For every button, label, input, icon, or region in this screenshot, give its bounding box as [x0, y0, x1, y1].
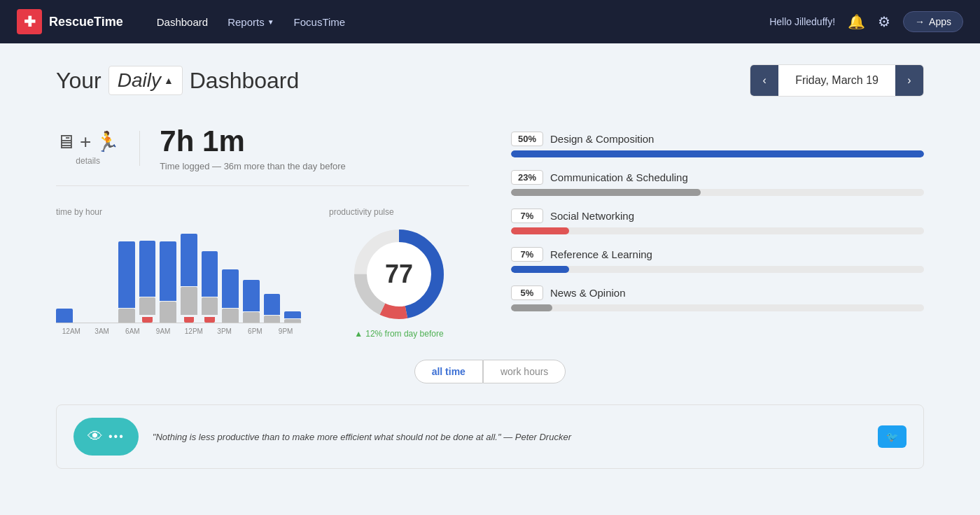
work-hours-button[interactable]: work hours [483, 360, 566, 383]
navbar: ✚ RescueTime Dashboard Reports ▼ FocusTi… [0, 0, 980, 43]
category-row: 50%Design & Composition [511, 132, 924, 157]
bar-group [118, 241, 135, 323]
cat-pct-badge: 50% [511, 132, 543, 146]
total-time: 7h 1m [160, 125, 345, 158]
bar-group [160, 241, 176, 323]
right-panel: 50%Design & Composition23%Communication … [511, 125, 924, 339]
donut-wrap: 77 ▲ 12% from day before [329, 225, 469, 339]
cat-header: 5%News & Opinion [511, 285, 924, 300]
bar-blue [118, 241, 135, 308]
bell-icon[interactable]: 🔔 [848, 13, 865, 30]
cat-bar-track [511, 227, 924, 234]
cat-name: News & Opinion [550, 287, 626, 299]
category-row: 7%Social Networking [511, 209, 924, 234]
cat-bar-track [511, 150, 924, 157]
vertical-divider [139, 131, 140, 166]
quote-text: "Nothing is less productive than to make… [153, 432, 864, 442]
details-area[interactable]: 🖥 + 🏃 details [56, 130, 120, 166]
bar-blue [243, 280, 260, 311]
date-navigator: ‹ Friday, March 19 › [750, 64, 924, 97]
axis-label: 9PM [270, 327, 301, 335]
bar-gray [160, 302, 176, 323]
cat-bar-fill [511, 304, 552, 311]
time-info: 7h 1m Time logged — 36m more than the da… [160, 125, 345, 171]
twitter-icon: 🐦 [886, 431, 898, 442]
cat-bar-fill [511, 266, 569, 273]
dot-dot: ••• [108, 430, 125, 443]
hello-text: Hello Jilleduffy! [769, 16, 835, 27]
cat-bar-track [511, 189, 924, 196]
next-date-button[interactable]: › [895, 65, 923, 96]
cat-bar-track [511, 304, 924, 311]
nav-links: Dashboard Reports ▼ FocusTime [157, 16, 345, 28]
period-chevron-icon: ▲ [164, 75, 174, 86]
axis-label: 3PM [209, 327, 240, 335]
nav-focustime[interactable]: FocusTime [294, 16, 346, 28]
bar-group [284, 311, 301, 323]
bar-axis: 12AM3AM6AM9AM12PM3PM6PM9PM [56, 327, 301, 335]
bar-group [56, 309, 73, 323]
twitter-button[interactable]: 🐦 [878, 425, 906, 448]
axis-label: 6AM [118, 327, 148, 335]
logo-icon: ✚ [17, 9, 42, 34]
time-by-hour-chart: time by hour 12AM3AM6AM9AM12PM3PM6PM9PM [56, 207, 301, 337]
bar-gray [181, 287, 197, 315]
main-content: Your Daily ▲ Dashboard ‹ Friday, March 1… [0, 43, 980, 490]
eye-icon: 👁 [88, 428, 103, 446]
cat-header: 50%Design & Composition [511, 132, 924, 146]
bar-group [181, 234, 197, 323]
category-row: 5%News & Opinion [511, 285, 924, 311]
bar-blue [202, 251, 218, 297]
bar-gray [243, 312, 260, 323]
bars [56, 225, 301, 323]
nav-dashboard[interactable]: Dashboard [157, 16, 208, 28]
page-title: Your Daily ▲ Dashboard [56, 66, 299, 95]
cat-name: Design & Composition [550, 133, 654, 145]
bar-gray [118, 309, 135, 323]
your-label: Your [56, 68, 102, 94]
settings-icon[interactable]: ⚙ [878, 13, 890, 30]
cat-pct-badge: 7% [511, 247, 543, 262]
nav-reports[interactable]: Reports ▼ [227, 16, 274, 28]
bar-neg [204, 317, 214, 323]
bar-blue [284, 311, 301, 318]
pulse-comparison: ▲ 12% from day before [354, 329, 443, 339]
quote-bar: 👁 ••• "Nothing is less productive than t… [56, 404, 924, 469]
bar-gray [139, 297, 156, 315]
cat-header: 7%Social Networking [511, 209, 924, 223]
cat-bar-track [511, 266, 924, 273]
toggle-row: all time work hours [56, 360, 924, 383]
dashboard-header: Your Daily ▲ Dashboard ‹ Friday, March 1… [56, 64, 924, 97]
bar-neg [142, 317, 152, 323]
bar-gray [222, 309, 239, 323]
axis-label: 6PM [240, 327, 271, 335]
pulse-value: 77 [385, 260, 413, 289]
axis-label: 12AM [56, 327, 87, 335]
pulse-label: productivity pulse [329, 207, 469, 217]
quote-icon-wrap: 👁 ••• [74, 418, 139, 456]
time-logged-section: 🖥 + 🏃 details 7h 1m Time logged — 36m mo… [56, 125, 469, 186]
period-selector[interactable]: Daily ▲ [108, 66, 183, 95]
prev-date-button[interactable]: ‹ [750, 65, 778, 96]
cat-header: 7%Reference & Learning [511, 247, 924, 262]
cat-header: 23%Communication & Scheduling [511, 170, 924, 185]
bar-gray [264, 316, 281, 323]
cat-bar-fill [511, 150, 924, 157]
cat-name: Social Networking [550, 210, 634, 222]
activity-icons: 🖥 + 🏃 [56, 130, 120, 153]
axis-label: 3AM [87, 327, 118, 335]
all-time-button[interactable]: all time [414, 360, 483, 383]
category-row: 7%Reference & Learning [511, 247, 924, 273]
apps-button[interactable]: → Apps [903, 11, 963, 32]
left-panel: 🖥 + 🏃 details 7h 1m Time logged — 36m mo… [56, 125, 469, 339]
current-date: Friday, March 19 [778, 74, 895, 87]
details-label: details [76, 156, 100, 166]
time-comparison: Time logged — 36m more than the day befo… [160, 161, 345, 171]
logo[interactable]: ✚ RescueTime [17, 9, 123, 34]
cat-pct-badge: 23% [511, 170, 543, 185]
time-by-hour-label: time by hour [56, 207, 301, 217]
cat-pct-badge: 7% [511, 209, 543, 223]
axis-label: 9AM [148, 327, 178, 335]
cat-name: Communication & Scheduling [550, 171, 688, 183]
productivity-pulse-section: productivity pulse [329, 207, 469, 339]
